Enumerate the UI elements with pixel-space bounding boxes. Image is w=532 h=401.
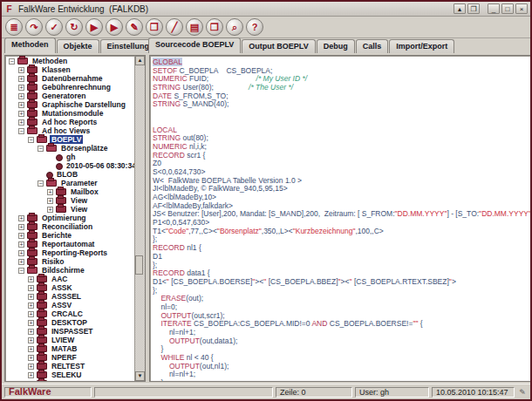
- tab-objekte[interactable]: Objekte: [57, 39, 99, 53]
- expand-icon[interactable]: +: [18, 111, 24, 117]
- tree-item[interactable]: +ASSV: [7, 301, 134, 309]
- expand-icon[interactable]: +: [18, 85, 24, 91]
- menu-list-button[interactable]: ≣: [5, 18, 23, 36]
- protocol-edit-button[interactable]: ▤: [186, 18, 203, 36]
- tree-item[interactable]: +SELEKU: [7, 370, 134, 379]
- edit-pen-button[interactable]: ✎: [126, 18, 143, 36]
- tree-item[interactable]: +Reconciliation: [7, 222, 134, 231]
- tree-item[interactable]: +Ad hoc Reports: [7, 118, 134, 126]
- tree-item[interactable]: +AAC: [7, 275, 134, 283]
- expand-icon[interactable]: +: [28, 364, 34, 370]
- tree-item[interactable]: +NPERF: [7, 353, 134, 362]
- tree-item[interactable]: +Risiko: [7, 257, 134, 266]
- tree-item[interactable]: +ASSK: [7, 283, 134, 292]
- search-button[interactable]: ⌕: [226, 18, 243, 36]
- expand-icon[interactable]: +: [28, 355, 34, 361]
- expand-icon[interactable]: +: [28, 320, 34, 326]
- window-button[interactable]: ❐: [206, 18, 223, 36]
- tree-item[interactable]: +Graphische Darstellung: [7, 100, 134, 109]
- tab-debug[interactable]: Debug: [317, 39, 355, 53]
- expand-icon[interactable]: +: [28, 381, 34, 382]
- tree-item[interactable]: +Reportautomat: [7, 240, 134, 248]
- tree-item[interactable]: +INSPASSET: [7, 327, 134, 336]
- expand-icon[interactable]: +: [18, 241, 24, 248]
- close-button[interactable]: ×: [515, 3, 528, 14]
- child-up-button[interactable]: ▴: [454, 3, 466, 14]
- tree-item[interactable]: +Reporting-Reports: [7, 248, 134, 257]
- minimize-button[interactable]: _: [488, 3, 500, 14]
- help-button[interactable]: ?: [246, 18, 263, 36]
- expand-icon[interactable]: +: [28, 337, 34, 343]
- tree-item[interactable]: +Gebührenrechnung: [7, 83, 134, 92]
- tree-item[interactable]: 2010-05-06 08:30:34: [7, 161, 134, 170]
- tree-item[interactable]: −Ad hoc Views: [7, 126, 134, 135]
- expand-icon[interactable]: +: [28, 302, 34, 309]
- refresh-button[interactable]: ↻: [65, 18, 83, 36]
- expand-icon[interactable]: +: [28, 311, 34, 317]
- expand-icon[interactable]: +: [28, 329, 34, 335]
- tree-item[interactable]: +LVIEW: [7, 336, 134, 344]
- run-single-button[interactable]: ▶: [106, 18, 123, 36]
- tree-item[interactable]: +Optimierung: [7, 214, 134, 222]
- collapse-icon[interactable]: −: [9, 58, 15, 65]
- tab-methoden[interactable]: Methoden: [4, 37, 56, 53]
- undo-curve-button[interactable]: ↷: [25, 18, 43, 36]
- tree-item[interactable]: BLOB: [7, 170, 134, 179]
- expand-icon[interactable]: +: [47, 189, 53, 195]
- tree-item[interactable]: +ASSSEL: [7, 292, 134, 301]
- tree-item[interactable]: +Klassen: [7, 65, 134, 74]
- tree-item[interactable]: −Methoden: [7, 57, 134, 65]
- tree-scroll-thumb[interactable]: [135, 255, 143, 275]
- tab-output-boeplv[interactable]: Output BOEPLV: [242, 39, 315, 53]
- tree-item[interactable]: +SHOWBEWEG: [7, 379, 134, 381]
- expand-icon[interactable]: +: [18, 233, 24, 239]
- expand-icon[interactable]: +: [28, 294, 34, 300]
- tab-calls[interactable]: Calls: [356, 39, 389, 53]
- tree-item[interactable]: −Bildschirme: [7, 266, 134, 275]
- collapse-icon[interactable]: −: [38, 146, 44, 152]
- source-code-editor[interactable]: GLOBALSETOF C_BOEPLA CS_BOEPLA;NUMERIC F…: [150, 56, 532, 381]
- collapse-icon[interactable]: −: [18, 268, 24, 274]
- tree-item[interactable]: +View: [7, 196, 134, 205]
- draw-line-button[interactable]: ╱: [166, 18, 183, 36]
- collapse-icon[interactable]: −: [18, 128, 24, 134]
- child-restore-button[interactable]: ❐: [467, 3, 480, 14]
- tree-item[interactable]: +CRCALC: [7, 309, 134, 318]
- expand-icon[interactable]: +: [18, 119, 24, 126]
- expand-icon[interactable]: +: [18, 93, 24, 99]
- expand-icon[interactable]: +: [18, 67, 24, 73]
- expand-icon[interactable]: +: [28, 285, 34, 291]
- maximize-button[interactable]: □: [501, 3, 514, 14]
- collapse-icon[interactable]: −: [28, 137, 34, 143]
- collapse-icon[interactable]: −: [38, 180, 44, 187]
- tree-item[interactable]: +DESKTOP: [7, 318, 134, 327]
- tab-import-export[interactable]: Import/Export: [389, 39, 454, 53]
- package-button[interactable]: ❒: [146, 18, 163, 36]
- tree-item[interactable]: gh: [7, 153, 134, 161]
- expand-icon[interactable]: +: [47, 207, 53, 213]
- tree-item[interactable]: +Datenübernahme: [7, 74, 134, 83]
- tree-item[interactable]: +Generatoren: [7, 92, 134, 100]
- tree-item[interactable]: −Parameter: [7, 179, 134, 187]
- expand-icon[interactable]: +: [18, 259, 24, 265]
- tree-item[interactable]: −BOEPLV: [7, 135, 134, 144]
- tree-item[interactable]: −Börsenplätze: [7, 144, 134, 153]
- expand-icon[interactable]: +: [18, 250, 24, 256]
- tree-item[interactable]: +View: [7, 205, 134, 214]
- expand-icon[interactable]: +: [18, 215, 24, 221]
- run-button[interactable]: ▶: [85, 18, 103, 36]
- tree-item[interactable]: +RELTEST: [7, 362, 134, 370]
- tree-scroll-up-icon[interactable]: ▲: [135, 56, 145, 65]
- tree-item[interactable]: +MATAB: [7, 344, 134, 353]
- expand-icon[interactable]: +: [18, 224, 24, 230]
- check-button[interactable]: ✓: [45, 18, 63, 36]
- tab-sourcecode-boeplv[interactable]: Sourcecode BOEPLV: [148, 37, 241, 53]
- tree-scroll-down-icon[interactable]: ▼: [135, 371, 145, 381]
- tree-scroll-track[interactable]: [135, 65, 145, 371]
- tree-item[interactable]: +Mailbox: [7, 187, 134, 196]
- expand-icon[interactable]: +: [28, 346, 34, 352]
- expand-icon[interactable]: +: [28, 276, 34, 282]
- expand-icon[interactable]: +: [28, 372, 34, 378]
- tree-item[interactable]: +Mutationsmodule: [7, 109, 134, 118]
- expand-icon[interactable]: +: [18, 76, 24, 82]
